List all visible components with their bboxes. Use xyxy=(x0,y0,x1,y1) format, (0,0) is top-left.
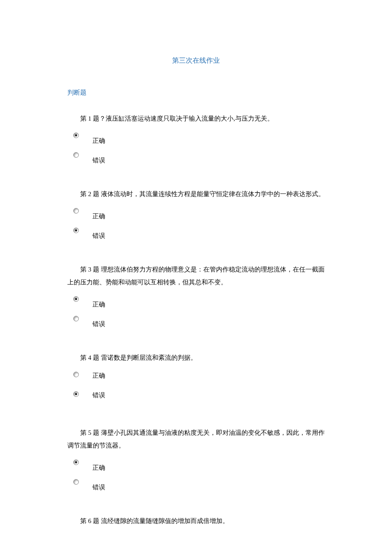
option-true[interactable]: 正确 xyxy=(67,371,325,384)
option-label: 错误 xyxy=(92,151,105,165)
option-false[interactable]: 错误 xyxy=(67,478,325,492)
option-false[interactable]: 错误 xyxy=(67,227,325,241)
option-true[interactable]: 正确 xyxy=(67,132,325,146)
radio-icon[interactable] xyxy=(73,479,79,485)
radio-icon[interactable] xyxy=(73,228,79,233)
option-label: 错误 xyxy=(92,227,105,241)
question-block: 第 1 题？液压缸活塞运动速度只取决于输入流量的大小,与压力无关。 正确 错误 xyxy=(67,112,325,165)
radio-icon[interactable] xyxy=(73,152,79,158)
radio-icon[interactable] xyxy=(73,460,79,465)
option-label: 正确 xyxy=(92,459,105,473)
question-text: 第 3 题 理想流体伯努力方程的物理意义是：在管内作稳定流动的理想流体，在任一截… xyxy=(67,263,325,289)
question-text: 第 5 题 薄壁小孔因其通流量与油液的粘度无关，即对油温的变化不敏感，因此，常用… xyxy=(67,426,325,452)
option-label: 正确 xyxy=(92,207,105,221)
option-label: 正确 xyxy=(92,132,105,146)
option-label: 错误 xyxy=(92,315,105,329)
question-block: 第 3 题 理想流体伯努力方程的物理意义是：在管内作稳定流动的理想流体，在任一截… xyxy=(67,263,325,329)
question-block: 第 2 题 液体流动时，其流量连续性方程是能量守恒定律在流体力学中的一种表达形式… xyxy=(67,188,325,241)
radio-icon[interactable] xyxy=(73,372,79,377)
option-label: 错误 xyxy=(92,478,105,492)
radio-icon[interactable] xyxy=(73,316,79,321)
radio-icon[interactable] xyxy=(73,296,79,302)
question-block: 第 4 题 雷诺数是判断层流和紊流的判据。 正确 错误 xyxy=(67,351,325,404)
question-text: 第 4 题 雷诺数是判断层流和紊流的判据。 xyxy=(67,351,325,364)
question-text: 第 6 题 流经缝隙的流量随缝隙值的增加而成倍增加。 xyxy=(67,515,242,527)
option-label: 正确 xyxy=(92,371,105,381)
question-block: 第 5 题 薄壁小孔因其通流量与油液的粘度无关，即对油温的变化不敏感，因此，常用… xyxy=(67,426,325,492)
radio-icon[interactable] xyxy=(73,391,79,397)
option-false[interactable]: 错误 xyxy=(67,151,325,165)
option-true[interactable]: 正确 xyxy=(67,207,325,221)
radio-icon[interactable] xyxy=(73,133,79,138)
question-text: 第 2 题 液体流动时，其流量连续性方程是能量守恒定律在流体力学中的一种表达形式… xyxy=(67,188,325,200)
radio-icon[interactable] xyxy=(73,208,79,214)
question-block: 第 6 题 流经缝隙的流量随缝隙值的增加而成倍增加。 xyxy=(67,515,325,527)
option-true[interactable]: 正确 xyxy=(67,295,325,309)
option-false[interactable]: 错误 xyxy=(67,315,325,329)
option-true[interactable]: 正确 xyxy=(67,459,325,473)
option-false[interactable]: 错误 xyxy=(67,390,325,404)
option-label: 正确 xyxy=(92,295,105,309)
section-heading: 判断题 xyxy=(67,88,325,98)
page-title: 第三次在线作业 xyxy=(67,55,325,66)
question-text: 第 1 题？液压缸活塞运动速度只取决于输入流量的大小,与压力无关。 xyxy=(67,112,325,125)
option-label: 错误 xyxy=(92,390,105,400)
